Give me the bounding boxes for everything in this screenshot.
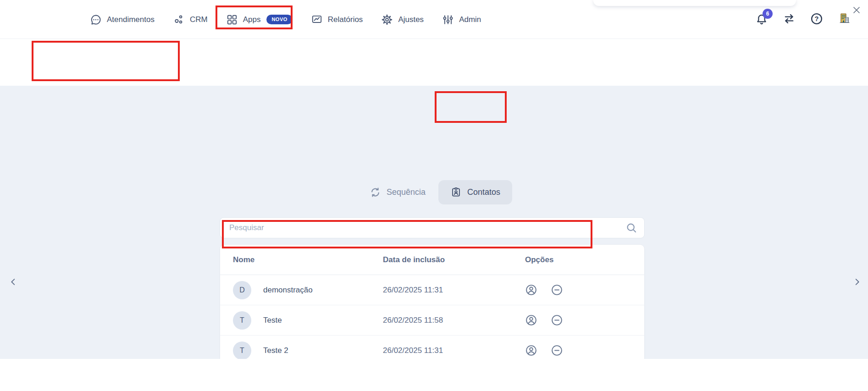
question-circle-icon: ? [810, 12, 823, 27]
content-area: Sequência Contatos [0, 86, 868, 359]
switch-account-button[interactable] [782, 13, 796, 27]
tab-label: Contatos [467, 187, 500, 197]
company-button[interactable] [837, 13, 851, 27]
avatar: T [233, 311, 251, 330]
contact-name: demonstração [263, 286, 313, 295]
building-icon [837, 12, 851, 28]
nav-label: Atendimentos [107, 15, 155, 24]
page-header: Sequência Aquecimento de lead Habilitada [0, 39, 868, 86]
grid-icon [226, 14, 238, 26]
help-button[interactable]: ? [810, 13, 824, 27]
nav-item-apps[interactable]: Apps NOVO [226, 14, 293, 26]
app-screen: Atendimentos CRM [0, 0, 868, 391]
avatar: T [233, 341, 251, 360]
remove-contact-button[interactable] [551, 314, 563, 326]
tab-label: Sequência [387, 187, 426, 197]
table-row[interactable]: T Teste 26/02/2025 11:58 [220, 305, 644, 336]
table-header-row: Nome Data de inclusão Opções [220, 245, 644, 275]
nav-label: Ajustes [398, 15, 424, 24]
panel-next-chevron[interactable] [852, 276, 863, 288]
swap-arrows-icon [783, 12, 796, 27]
notification-count-badge: 6 [763, 9, 773, 19]
presentation-chart-icon [311, 14, 323, 26]
panel-prev-chevron[interactable] [8, 276, 19, 288]
chat-bubble-icon [90, 14, 102, 26]
table-row[interactable]: D demonstração 26/02/2025 11:31 [220, 275, 644, 305]
footer-bar: Excluir Salvar alterações [0, 359, 868, 391]
tab-sequencia[interactable]: Sequência [370, 187, 426, 198]
gear-icon [381, 14, 393, 26]
contact-date: 26/02/2025 11:31 [383, 286, 525, 295]
search-input[interactable] [220, 217, 645, 238]
nav-label: Apps [243, 15, 261, 24]
nav-label: CRM [190, 15, 208, 24]
contact-date: 26/02/2025 11:31 [383, 346, 525, 355]
svg-text:?: ? [815, 15, 819, 22]
column-header-data: Data de inclusão [383, 255, 525, 264]
search-icon[interactable] [625, 222, 637, 234]
close-icon[interactable] [852, 6, 861, 14]
search-bar [220, 217, 645, 238]
view-contact-button[interactable] [525, 284, 537, 296]
view-tabs: Sequência Contatos [370, 180, 512, 204]
sync-icon [370, 187, 381, 198]
nav-item-relatorios[interactable]: Relatórios [311, 14, 363, 26]
contact-name: Teste [263, 316, 282, 325]
nav-label: Relatórios [328, 15, 363, 24]
sliders-icon [442, 14, 454, 26]
remove-contact-button[interactable] [551, 344, 563, 357]
toast-notification [593, 0, 796, 6]
novo-badge: NOVO [266, 15, 292, 24]
contact-name: Teste 2 [263, 346, 288, 355]
column-header-nome: Nome [220, 255, 383, 264]
view-contact-button[interactable] [525, 314, 537, 326]
view-contact-button[interactable] [525, 344, 537, 357]
nav-item-atendimentos[interactable]: Atendimentos [90, 14, 155, 26]
notifications-button[interactable]: 6 [755, 13, 768, 27]
tab-contatos[interactable]: Contatos [438, 180, 512, 204]
contact-date: 26/02/2025 11:58 [383, 316, 525, 325]
nav-label: Admin [459, 15, 481, 24]
nav-item-admin[interactable]: Admin [442, 14, 481, 26]
main-nav: Atendimentos CRM [90, 0, 481, 39]
nav-item-crm[interactable]: CRM [173, 14, 208, 26]
column-header-opcoes: Opções [525, 255, 644, 264]
nav-item-ajustes[interactable]: Ajustes [381, 14, 424, 26]
nodes-icon [173, 14, 185, 26]
remove-contact-button[interactable] [551, 284, 563, 296]
contact-card-icon [450, 187, 462, 198]
avatar: D [233, 281, 251, 299]
